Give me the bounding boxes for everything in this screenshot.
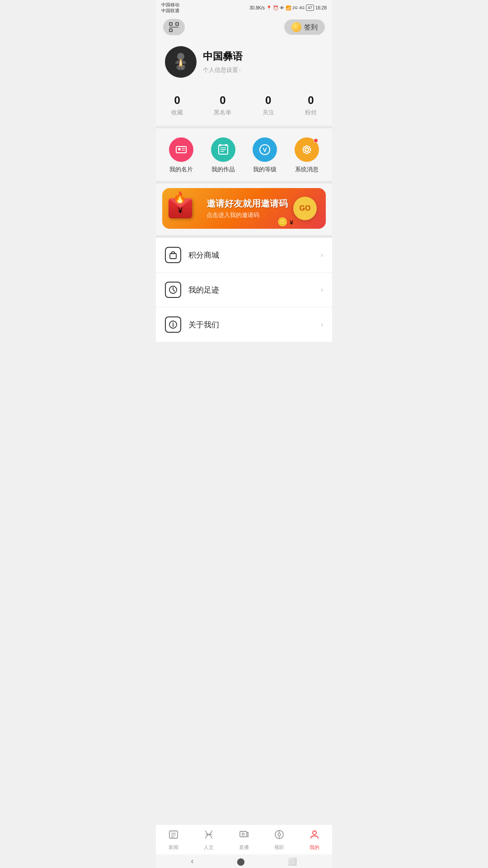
svg-line-26 bbox=[304, 146, 305, 147]
svg-rect-8 bbox=[176, 146, 186, 153]
svg-line-28 bbox=[309, 146, 310, 147]
checkin-label: 签到 bbox=[304, 23, 318, 32]
menu-card[interactable]: 我的名片 bbox=[169, 137, 193, 174]
time: 16:28 bbox=[315, 5, 327, 10]
blacklist-label: 黑名单 bbox=[214, 108, 231, 117]
stat-favorites[interactable]: 0 收藏 bbox=[171, 94, 183, 117]
following-label: 关注 bbox=[263, 108, 274, 117]
status-bar: 中国移动 中国联通 30.8K/s 📍 ⏰ 👁 📶 2G 4G 47 16:28 bbox=[156, 0, 332, 15]
svg-text:IV: IV bbox=[178, 64, 185, 71]
recents-button[interactable]: ⬜ bbox=[288, 857, 297, 866]
checkin-button[interactable]: 签到 bbox=[284, 19, 325, 35]
svg-rect-16 bbox=[219, 144, 221, 146]
carrier2: 中国联通 bbox=[161, 8, 179, 14]
list-item-shop[interactable]: 积分商城 › bbox=[156, 238, 332, 273]
battery: 47 bbox=[306, 5, 314, 11]
nav-media[interactable]: 视听 bbox=[262, 829, 297, 851]
profile-section: IV 中国彝语 个人信息设置 › bbox=[156, 39, 332, 87]
nav-mine[interactable]: 我的 bbox=[297, 829, 332, 851]
news-icon bbox=[168, 829, 179, 843]
eye-icon: 👁 bbox=[280, 5, 284, 10]
footprint-chevron-icon: › bbox=[321, 286, 323, 294]
culture-nav-label: 人文 bbox=[204, 844, 214, 851]
message-label: 系统消息 bbox=[295, 165, 319, 174]
top-bar: 签到 bbox=[156, 15, 332, 39]
invite-banner[interactable]: ¥ 🔥 邀请好友就用邀请码 点击进入我的邀请码 🪙 ¥ GO bbox=[162, 188, 326, 229]
list-item-footprint[interactable]: 我的足迹 › bbox=[156, 273, 332, 307]
blacklist-count: 0 bbox=[220, 94, 225, 107]
svg-rect-17 bbox=[225, 144, 227, 146]
svg-rect-40 bbox=[240, 831, 247, 837]
fans-count: 0 bbox=[308, 94, 314, 107]
svg-point-43 bbox=[278, 833, 281, 836]
stat-blacklist[interactable]: 0 黑名单 bbox=[214, 94, 231, 117]
works-icon bbox=[217, 143, 230, 156]
favorites-label: 收藏 bbox=[171, 108, 183, 117]
message-icon-circle bbox=[295, 137, 319, 162]
list-section: 积分商城 › 我的足迹 › 关于我们 › bbox=[156, 238, 332, 342]
profile-details: 中国彝语 个人信息设置 › bbox=[203, 50, 243, 74]
menu-message[interactable]: 系统消息 bbox=[295, 137, 319, 174]
shop-chevron-icon: › bbox=[321, 251, 323, 259]
banner-section: ¥ 🔥 邀请好友就用邀请码 点击进入我的邀请码 🪙 ¥ GO bbox=[156, 184, 332, 238]
home-button[interactable]: ⬤ bbox=[237, 857, 245, 866]
menu-icons-section: 我的名片 我的作品 V 我的等 bbox=[156, 128, 332, 184]
card-label: 我的名片 bbox=[169, 165, 193, 174]
notification-dot bbox=[314, 138, 318, 143]
mine-nav-label: 我的 bbox=[310, 844, 319, 851]
profile-settings-link[interactable]: 个人信息设置 › bbox=[203, 66, 243, 74]
banner-go-button[interactable]: GO bbox=[293, 197, 317, 220]
svg-point-6 bbox=[177, 53, 184, 60]
mine-icon bbox=[309, 829, 320, 843]
shop-icon bbox=[165, 247, 181, 263]
menu-level[interactable]: V 我的等级 bbox=[253, 137, 277, 174]
bottom-nav: 新闻 人文 直播 bbox=[156, 824, 332, 854]
nav-culture[interactable]: 人文 bbox=[191, 829, 226, 851]
shop-label: 积分商城 bbox=[188, 250, 321, 260]
svg-rect-0 bbox=[169, 23, 172, 25]
settings-chevron-icon: › bbox=[239, 67, 241, 73]
favorites-count: 0 bbox=[174, 94, 180, 107]
nav-live[interactable]: 直播 bbox=[226, 829, 262, 851]
status-right: 30.8K/s 📍 ⏰ 👁 📶 2G 4G 47 16:28 bbox=[249, 5, 327, 11]
footprint-icon bbox=[165, 282, 181, 298]
svg-line-27 bbox=[309, 152, 310, 153]
media-nav-label: 视听 bbox=[274, 844, 284, 851]
back-button[interactable]: ‹ bbox=[191, 857, 193, 865]
scan-button[interactable] bbox=[163, 19, 185, 35]
svg-text:V: V bbox=[263, 146, 267, 153]
avatar[interactable]: IV bbox=[165, 46, 197, 78]
coins-decoration: 🪙 ¥ bbox=[277, 217, 293, 227]
live-nav-label: 直播 bbox=[239, 844, 249, 851]
avatar-image: IV bbox=[166, 47, 195, 76]
location-icon: 📍 bbox=[266, 5, 272, 10]
stat-following[interactable]: 0 关注 bbox=[263, 94, 274, 117]
checkin-coin-icon bbox=[291, 22, 301, 32]
svg-rect-1 bbox=[176, 23, 178, 25]
svg-rect-2 bbox=[169, 29, 172, 32]
level-label: 我的等级 bbox=[253, 165, 277, 174]
works-icon-circle bbox=[211, 137, 235, 162]
svg-point-46 bbox=[313, 831, 316, 835]
card-icon bbox=[175, 143, 188, 156]
level-icon: V bbox=[258, 143, 271, 156]
news-nav-label: 新闻 bbox=[169, 844, 178, 851]
stats-row: 0 收藏 0 黑名单 0 关注 0 粉丝 bbox=[156, 87, 332, 128]
svg-rect-30 bbox=[170, 254, 176, 259]
menu-works[interactable]: 我的作品 bbox=[211, 137, 235, 174]
svg-point-34 bbox=[173, 322, 174, 323]
profile-name: 中国彝语 bbox=[203, 50, 243, 63]
banner-title: 邀请好友就用邀请码 bbox=[206, 198, 293, 210]
culture-icon bbox=[203, 829, 214, 843]
svg-line-29 bbox=[304, 152, 305, 153]
about-icon bbox=[165, 316, 181, 333]
signal-2g: 2G bbox=[292, 5, 298, 10]
signal-4g: 4G bbox=[299, 5, 305, 10]
nav-news[interactable]: 新闻 bbox=[156, 829, 191, 851]
speed: 30.8K/s bbox=[249, 5, 265, 10]
wifi-icon: 📶 bbox=[286, 5, 291, 10]
stat-fans[interactable]: 0 粉丝 bbox=[305, 94, 317, 117]
alarm-icon: ⏰ bbox=[273, 5, 278, 10]
android-nav-bar: ‹ ⬤ ⬜ bbox=[156, 854, 332, 868]
list-item-about[interactable]: 关于我们 › bbox=[156, 307, 332, 342]
